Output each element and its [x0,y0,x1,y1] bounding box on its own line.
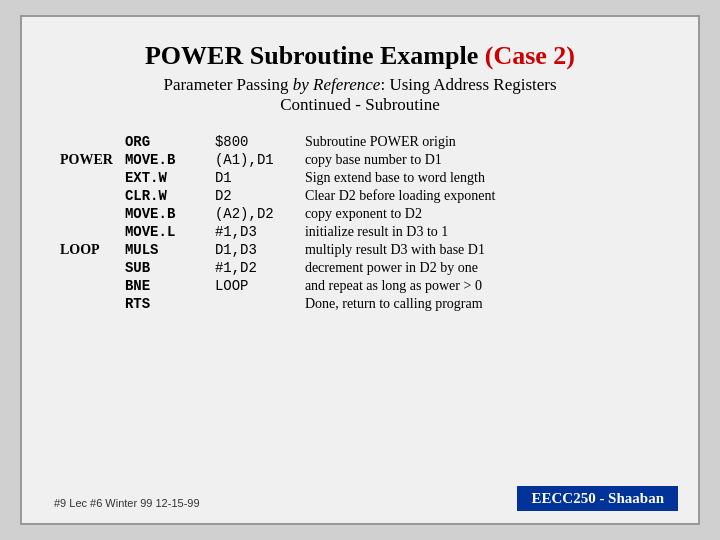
table-row: LOOPMULSD1,D3multiply result D3 with bas… [54,241,666,259]
row-comment: decrement power in D2 by one [299,259,666,277]
slide: POWER Subroutine Example (Case 2) Parame… [20,15,700,525]
row-comment: Subroutine POWER origin [299,133,666,151]
subtitle-line1: Parameter Passing by Reference: Using Ad… [163,75,556,94]
brand-footer: EECC250 - Shaaban [517,486,678,511]
row-instruction: MULS [119,241,209,259]
table-row: CLR.WD2Clear D2 before loading exponent [54,187,666,205]
row-comment: Clear D2 before loading exponent [299,187,666,205]
row-instruction: SUB [119,259,209,277]
table-row: MOVE.B(A2),D2copy exponent to D2 [54,205,666,223]
assembly-table: ORG$800Subroutine POWER originPOWERMOVE.… [54,133,666,313]
slide-subtitle: Parameter Passing by Reference: Using Ad… [54,75,666,115]
row-label [54,259,119,277]
row-label [54,205,119,223]
row-instruction: MOVE.B [119,205,209,223]
table-row: EXT.WD1Sign extend base to word length [54,169,666,187]
title-case: (Case 2) [485,41,575,70]
row-operand: D1,D3 [209,241,299,259]
table-row: ORG$800Subroutine POWER origin [54,133,666,151]
page-info: #9 Lec #6 Winter 99 12-15-99 [54,497,200,509]
row-comment: copy base number to D1 [299,151,666,169]
row-label: POWER [54,151,119,169]
table-row: POWERMOVE.B(A1),D1copy base number to D1 [54,151,666,169]
row-label [54,295,119,313]
row-operand: $800 [209,133,299,151]
row-operand: (A2),D2 [209,205,299,223]
row-instruction: RTS [119,295,209,313]
row-instruction: ORG [119,133,209,151]
row-operand: (A1),D1 [209,151,299,169]
row-comment: multiply result D3 with base D1 [299,241,666,259]
table-row: MOVE.L#1,D3initialize result in D3 to 1 [54,223,666,241]
row-label [54,169,119,187]
row-instruction: MOVE.B [119,151,209,169]
table-row: BNELOOPand repeat as long as power > 0 [54,277,666,295]
row-instruction: CLR.W [119,187,209,205]
row-label [54,277,119,295]
row-comment: Done, return to calling program [299,295,666,313]
slide-title: POWER Subroutine Example (Case 2) [54,41,666,71]
title-prefix: POWER [145,41,243,70]
row-label [54,133,119,151]
row-instruction: MOVE.L [119,223,209,241]
row-label: LOOP [54,241,119,259]
row-comment: copy exponent to D2 [299,205,666,223]
row-operand: #1,D2 [209,259,299,277]
table-row: RTSDone, return to calling program [54,295,666,313]
row-label [54,187,119,205]
table-row: SUB#1,D2decrement power in D2 by one [54,259,666,277]
title-middle: Subroutine Example [250,41,479,70]
row-label [54,223,119,241]
row-comment: and repeat as long as power > 0 [299,277,666,295]
row-operand [209,295,299,313]
row-comment: initialize result in D3 to 1 [299,223,666,241]
row-operand: LOOP [209,277,299,295]
row-operand: D2 [209,187,299,205]
subtitle-line2: Continued - Subroutine [280,95,440,114]
row-operand: #1,D3 [209,223,299,241]
row-instruction: BNE [119,277,209,295]
row-instruction: EXT.W [119,169,209,187]
row-comment: Sign extend base to word length [299,169,666,187]
row-operand: D1 [209,169,299,187]
